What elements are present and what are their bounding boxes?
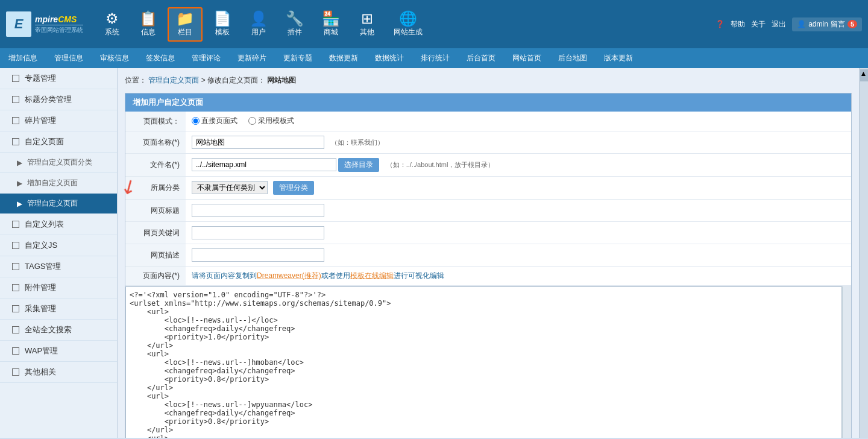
- breadcrumb-parent-link[interactable]: 管理自定义页面: [148, 76, 199, 84]
- nav-category[interactable]: 📁 栏目: [168, 7, 203, 42]
- subnav-version-update[interactable]: 版本更新: [596, 48, 641, 68]
- shop-icon: 🏪: [322, 11, 340, 26]
- btn-manage-category[interactable]: 管理分类: [273, 181, 314, 195]
- subnav-site-home[interactable]: 网站首页: [504, 48, 550, 68]
- subnav-sign-info[interactable]: 签发信息: [137, 48, 183, 68]
- sidebar-item-topic-mgmt[interactable]: 专题管理: [0, 68, 117, 89]
- sidebar-item-tags-mgmt[interactable]: TAGS管理: [0, 256, 117, 277]
- subnav-data-stats[interactable]: 数据统计: [366, 48, 412, 68]
- subnav-review-info[interactable]: 审核信息: [92, 48, 137, 68]
- row-content-hint: 页面内容(*) 请将页面内容复制到Dreamweaver(推荐)或者使用模板在线…: [125, 267, 851, 286]
- subnav-update-topics[interactable]: 更新专题: [275, 48, 321, 68]
- cell-filename: 选择目录 （如：../../about.html，放于根目录）: [186, 154, 851, 177]
- sidebar-item-wap[interactable]: WAP管理: [0, 341, 117, 362]
- label-page-name: 页面名称(*): [125, 131, 186, 154]
- label-page-mode: 页面模式：: [125, 112, 186, 131]
- input-filename[interactable]: [192, 158, 336, 171]
- input-page-keywords[interactable]: [192, 226, 324, 239]
- subnav-rank-stats[interactable]: 排行统计: [412, 48, 458, 68]
- sidebar-item-fragment[interactable]: 碎片管理: [0, 110, 117, 131]
- topic-mgmt-icon: [12, 75, 19, 82]
- textarea-scrollbar[interactable]: [842, 286, 851, 438]
- message-count[interactable]: 5: [848, 20, 857, 28]
- attachment-icon: [12, 284, 19, 291]
- category-icon: 📁: [176, 11, 194, 26]
- sidebar-item-manage-custom-page-active[interactable]: ▶ 管理自定义页面: [0, 194, 117, 214]
- info-icon: 📋: [139, 11, 157, 26]
- logo-text: mpireCMS 帝国网站管理系统: [35, 14, 83, 34]
- nav-user[interactable]: 👤 用户: [242, 8, 275, 40]
- row-page-desc: 网页描述: [125, 244, 851, 267]
- select-category[interactable]: 不隶属于任何类别: [192, 181, 268, 194]
- nav-system[interactable]: ⚙ 系统: [95, 8, 128, 40]
- nav-other[interactable]: ⊞ 其他: [350, 8, 383, 40]
- scroll-up-btn[interactable]: ▲: [860, 69, 868, 81]
- admin-label: admin: [808, 20, 828, 28]
- form-table: 页面模式： 直接页面式 采用模板式 页面名称(*): [125, 112, 851, 286]
- nav-info[interactable]: 📋 信息: [131, 8, 165, 40]
- nav-shop[interactable]: 🏪 商城: [314, 8, 347, 40]
- sidebar-item-custom-page[interactable]: 自定义页面: [0, 131, 117, 153]
- subnav-backend-home[interactable]: 后台首页: [458, 48, 504, 68]
- row-category: 所属分类 不隶属于任何类别 管理分类: [125, 177, 851, 200]
- sidebar-item-crawl[interactable]: 采集管理: [0, 298, 117, 320]
- radio-template-input[interactable]: [248, 117, 256, 125]
- nav-icons: ⚙ 系统 📋 信息 📁 栏目 📄 模板 👤 用户 🔧 插件 🏪 商城 ⊞: [95, 7, 715, 42]
- other-related-icon: [12, 368, 19, 376]
- fragment-icon: [12, 117, 19, 124]
- subnav-backend-map[interactable]: 后台地图: [550, 48, 596, 68]
- sidebar-item-custom-js[interactable]: 自定义JS: [0, 235, 117, 256]
- nav-plugin[interactable]: 🔧 插件: [278, 8, 311, 40]
- content-textarea[interactable]: <?='<?xml version="1.0" encoding="UTF-8"…: [125, 286, 842, 438]
- sub-arrow-1: ▶: [17, 159, 22, 167]
- tag-category-icon: [12, 96, 19, 103]
- sidebar-item-custom-list[interactable]: 自定义列表: [0, 214, 117, 235]
- label-content: 页面内容(*): [125, 267, 186, 286]
- plugin-icon: 🔧: [286, 11, 304, 26]
- dreamweaver-link[interactable]: Dreamweaver(推荐): [257, 271, 321, 280]
- cell-page-name: （如：联系我们）: [186, 131, 851, 154]
- row-page-keywords: 网页关键词: [125, 222, 851, 244]
- label-filename: 文件名(*): [125, 154, 186, 177]
- subnav-update-fragments[interactable]: 更新碎片: [229, 48, 275, 68]
- crawl-icon: [12, 305, 19, 312]
- radio-direct-input[interactable]: [192, 117, 200, 125]
- page-name-hint: （如：联系我们）: [331, 139, 384, 146]
- subnav-add-info[interactable]: 增加信息: [0, 48, 46, 68]
- sidebar-item-attachment[interactable]: 附件管理: [0, 277, 117, 298]
- generate-icon: 🌐: [399, 11, 417, 26]
- sidebar-item-fulltext[interactable]: 全站全文搜索: [0, 320, 117, 341]
- about-link[interactable]: 关于: [751, 19, 766, 30]
- sub-arrow-3: ▶: [17, 200, 22, 208]
- sidebar-item-other[interactable]: 其他相关: [0, 362, 117, 383]
- row-page-name: 页面名称(*) （如：联系我们）: [125, 131, 851, 154]
- subnav-manage-info[interactable]: 管理信息: [46, 48, 92, 68]
- message-label: 留言: [831, 19, 845, 30]
- input-page-name[interactable]: [192, 136, 324, 149]
- header-right: ❓ 帮助 关于 退出 👤 admin 留言 5: [715, 17, 862, 31]
- cell-page-keywords: [186, 222, 851, 244]
- breadcrumb: 位置： 管理自定义页面 > 修改自定义页面： 网站地图: [125, 73, 852, 88]
- subnav-data-update[interactable]: 数据更新: [321, 48, 366, 68]
- tags-mgmt-icon: [12, 263, 19, 270]
- template-editor-link[interactable]: 模板在线编辑: [350, 271, 394, 280]
- sidebar-item-tag-category[interactable]: 标题分类管理: [0, 89, 117, 110]
- sidebar-item-manage-custom-pages[interactable]: ▶ 管理自定义页面分类: [0, 153, 117, 173]
- sidebar-item-add-custom-page[interactable]: ▶ 增加自定义页面: [0, 173, 117, 194]
- input-page-title[interactable]: [192, 204, 324, 217]
- help-link[interactable]: 帮助: [731, 19, 745, 30]
- header: E mpireCMS 帝国网站管理系统 ⚙ 系统 📋 信息 📁 栏目 📄 模板 …: [0, 0, 868, 48]
- nav-generate[interactable]: 🌐 网站生成: [386, 8, 430, 40]
- radio-template[interactable]: 采用模板式: [248, 116, 294, 126]
- admin-badge: 👤 admin 留言 5: [792, 17, 862, 31]
- subnav-manage-comments[interactable]: 管理评论: [183, 48, 229, 68]
- row-page-mode: 页面模式： 直接页面式 采用模板式: [125, 112, 851, 131]
- btn-select-dir[interactable]: 选择目录: [338, 158, 379, 172]
- input-page-desc[interactable]: [192, 248, 324, 262]
- logout-link[interactable]: 退出: [772, 19, 786, 30]
- radio-direct[interactable]: 直接页面式: [192, 116, 237, 126]
- nav-template[interactable]: 📄 模板: [206, 8, 239, 40]
- user-icon: 👤: [250, 11, 268, 26]
- page-scrollbar[interactable]: ▲: [859, 68, 868, 438]
- custom-js-icon: [12, 242, 19, 249]
